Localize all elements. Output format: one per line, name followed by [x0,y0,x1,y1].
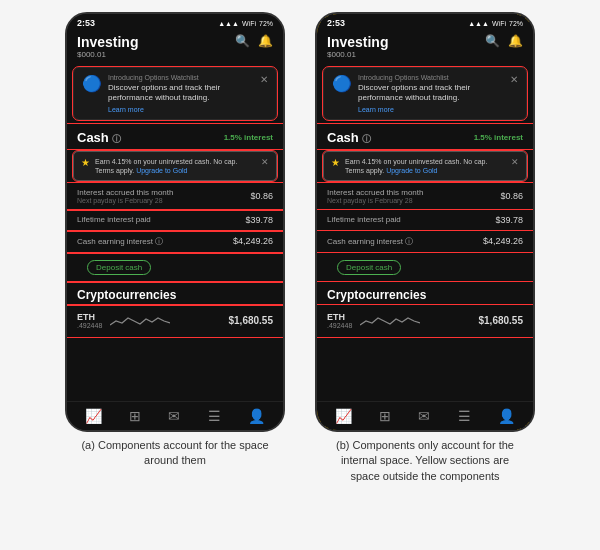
time-left: 2:53 [77,18,95,28]
banner-desc-right: Discover options and track their perform… [358,83,504,104]
bottom-nav-left: 📈 ⊞ ✉ ☰ 👤 [67,401,283,430]
status-bar-left: 2:53 ▲▲▲ WiFi 72% [67,14,283,30]
eth-chart-svg-right [360,313,420,329]
interest-row-left: Interest accrued this month Next payday … [67,183,283,210]
interest-label-group-left: Interest accrued this month Next payday … [77,188,174,204]
earning-label-left: Cash earning interest ⓘ [77,236,163,247]
cash-title-left: Cash ⓘ [77,130,121,146]
status-bar-right: 2:53 ▲▲▲ WiFi 72% [317,14,533,30]
options-banner-right[interactable]: 🔵 Introducing Options Watchlist Discover… [323,67,527,120]
earn-star-right: ★ [331,157,340,168]
main-container: 2:53 ▲▲▲ WiFi 72% Investing $000.01 🔍 🔔 [0,0,600,484]
app-header-right: Investing $000.01 🔍 🔔 [317,30,533,63]
status-icons-left: ▲▲▲ WiFi 72% [218,20,273,27]
interest-value-left: $0.86 [250,191,273,201]
interest-label-left: Interest accrued this month [77,188,174,197]
app-title-group-right: Investing $000.01 [327,34,388,59]
caption-b: (b) Components only account for the inte… [325,438,525,484]
eth-amount-right: .492448 [327,322,352,329]
eth-info-right: ETH .492448 [327,312,352,329]
earn-star-left: ★ [81,157,90,168]
earning-label-right: Cash earning interest ⓘ [327,236,413,247]
options-icon-left: 🔵 [82,74,102,93]
banner-subtitle-left: Introducing Options Watchlist [108,74,254,81]
search-icon-right[interactable]: 🔍 [485,34,500,48]
nav-list-right[interactable]: ☰ [458,408,471,424]
earning-info-right[interactable]: ⓘ [405,237,413,246]
cash-info-icon-left[interactable]: ⓘ [112,134,121,144]
eth-row-left[interactable]: ETH .492448 $1,680.55 [67,305,283,337]
earning-value-left: $4,249.26 [233,236,273,246]
lifetime-row-right: Lifetime interest paid $39.78 [317,210,533,231]
phone-content-left: 🔵 Introducing Options Watchlist Discover… [67,63,283,401]
eth-amount-left: .492448 [77,322,102,329]
app-header-left: Investing $000.01 🔍 🔔 [67,30,283,63]
battery-icon-right: 72% [509,20,523,27]
deposit-btn-left[interactable]: Deposit cash [87,260,151,275]
eth-value-right: $1,680.55 [479,315,524,326]
nav-person-left[interactable]: 👤 [248,408,265,424]
bottom-nav-right: 📈 ⊞ ✉ ☰ 👤 [317,401,533,430]
earning-info-left[interactable]: ⓘ [155,237,163,246]
earn-banner-right[interactable]: ★ Earn 4.15% on your uninvested cash. No… [323,151,527,181]
eth-chart-right [360,311,470,331]
earn-link-right[interactable]: Upgrade to Gold [386,167,437,174]
time-right: 2:53 [327,18,345,28]
right-phone-wrapper: 2:53 ▲▲▲ WiFi 72% Investing $000.01 🔍 🔔 [306,12,544,484]
earn-close-right[interactable]: ✕ [511,157,519,167]
header-icons-left: 🔍 🔔 [235,34,273,48]
app-balance-left: $000.01 [77,50,138,59]
status-icons-right: ▲▲▲ WiFi 72% [468,20,523,27]
search-icon-left[interactable]: 🔍 [235,34,250,48]
nav-mail-left[interactable]: ✉ [168,408,180,424]
nav-person-right[interactable]: 👤 [498,408,515,424]
earn-close-left[interactable]: ✕ [261,157,269,167]
banner-desc-left: Discover options and track their perform… [108,83,254,104]
cash-info-icon-right[interactable]: ⓘ [362,134,371,144]
banner-close-left[interactable]: ✕ [260,74,268,85]
nav-mail-right[interactable]: ✉ [418,408,430,424]
wifi-icon: WiFi [242,20,256,27]
nav-chart-left[interactable]: 📈 [85,408,102,424]
banner-close-right[interactable]: ✕ [510,74,518,85]
nav-grid-right[interactable]: ⊞ [379,408,391,424]
earning-row-right: Cash earning interest ⓘ $4,249.26 [317,231,533,253]
deposit-row-right: Deposit cash [317,253,533,282]
cash-interest-right: 1.5% interest [474,133,523,142]
earn-link-left[interactable]: Upgrade to Gold [136,167,187,174]
bell-icon-left[interactable]: 🔔 [258,34,273,48]
deposit-btn-right[interactable]: Deposit cash [337,260,401,275]
options-icon-right: 🔵 [332,74,352,93]
crypto-title-right: Cryptocurrencies [327,288,426,302]
app-title-right: Investing [327,34,388,50]
right-phone: 2:53 ▲▲▲ WiFi 72% Investing $000.01 🔍 🔔 [315,12,535,432]
cash-header-left: Cash ⓘ 1.5% interest [67,124,283,149]
interest-sublabel-left: Next payday is February 28 [77,197,174,204]
bell-icon-right[interactable]: 🔔 [508,34,523,48]
earn-text-right: Earn 4.15% on your uninvested cash. No c… [345,157,506,175]
banner-link-left[interactable]: Learn more [108,106,254,113]
eth-row-right[interactable]: ETH .492448 $1,680.55 [317,305,533,337]
crypto-title-left: Cryptocurrencies [77,288,176,302]
battery-icon: 72% [259,20,273,27]
eth-name-right: ETH [327,312,352,322]
banner-link-right[interactable]: Learn more [358,106,504,113]
lifetime-value-left: $39.78 [245,215,273,225]
eth-value-left: $1,680.55 [229,315,274,326]
app-title-group: Investing $000.01 [77,34,138,59]
deposit-row-left: Deposit cash [67,253,283,282]
nav-list-left[interactable]: ☰ [208,408,221,424]
crypto-header-left: Cryptocurrencies [67,282,283,305]
interest-value-right: $0.86 [500,191,523,201]
wifi-icon-right: WiFi [492,20,506,27]
left-phone: 2:53 ▲▲▲ WiFi 72% Investing $000.01 🔍 🔔 [65,12,285,432]
signal-icon: ▲▲▲ [218,20,239,27]
banner-text-right: Introducing Options Watchlist Discover o… [358,74,504,113]
app-balance-right: $000.01 [327,50,388,59]
cash-header-right: Cash ⓘ 1.5% interest [317,124,533,149]
nav-chart-right[interactable]: 📈 [335,408,352,424]
options-banner-left[interactable]: 🔵 Introducing Options Watchlist Discover… [73,67,277,120]
earn-banner-left[interactable]: ★ Earn 4.15% on your uninvested cash. No… [73,151,277,181]
lifetime-row-left: Lifetime interest paid $39.78 [67,210,283,231]
nav-grid-left[interactable]: ⊞ [129,408,141,424]
